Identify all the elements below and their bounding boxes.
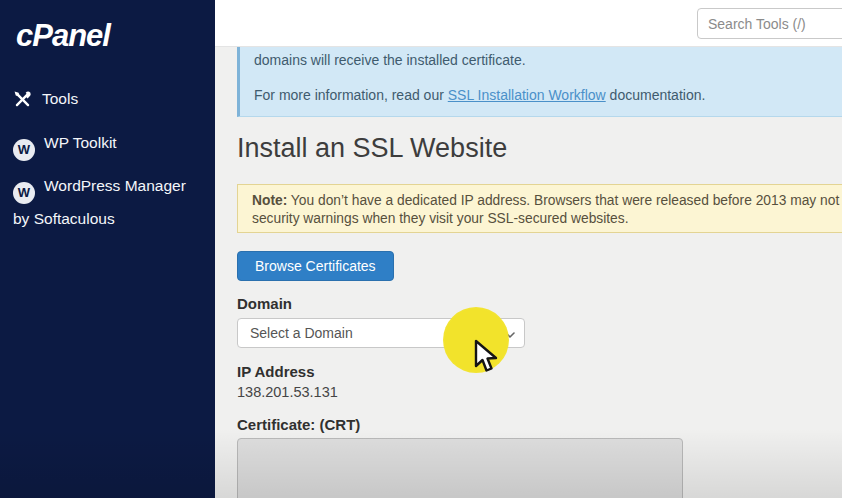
tools-icon	[13, 89, 32, 118]
sidebar-item-label: WordPress Manager by Softaculous	[13, 177, 186, 227]
info-line2: For more information, read our SSL Insta…	[254, 87, 842, 104]
certificate-textarea[interactable]	[237, 438, 683, 498]
sidebar: cPanel Tools WWP Toolkit WWordPress Mana…	[0, 0, 215, 498]
domain-select-wrap: Select a Domain	[237, 318, 525, 348]
ip-address-value: 138.201.53.131	[237, 384, 338, 400]
info-line2-suffix: documentation.	[606, 87, 706, 103]
main-content: domains will receive the installed certi…	[215, 47, 842, 498]
sidebar-item-tools[interactable]: Tools	[13, 84, 205, 118]
note-line1: Note: You don’t have a dedicated IP addr…	[252, 192, 842, 210]
info-callout: domains will receive the installed certi…	[237, 47, 842, 117]
sidebar-item-label: WP Toolkit	[44, 134, 117, 151]
cpanel-screen: cPanel Tools WWP Toolkit WWordPress Mana…	[0, 0, 842, 498]
domain-label: Domain	[237, 295, 292, 312]
certificate-crt-label: Certificate: (CRT)	[237, 416, 360, 433]
topbar	[215, 0, 842, 47]
sidebar-item-label: Tools	[42, 90, 78, 107]
sidebar-item-wp-toolkit[interactable]: WWP Toolkit	[13, 128, 205, 161]
ip-address-label: IP Address	[237, 363, 315, 380]
domain-select[interactable]: Select a Domain	[237, 318, 525, 348]
ssl-installation-workflow-link[interactable]: SSL Installation Workflow	[448, 87, 606, 103]
sidebar-item-wordpress-manager[interactable]: WWordPress Manager by Softaculous	[13, 171, 205, 233]
info-line1: domains will receive the installed certi…	[254, 52, 842, 69]
search-input[interactable]	[697, 8, 842, 39]
browse-certificates-button[interactable]: Browse Certificates	[237, 251, 394, 281]
note-callout: Note: You don’t have a dedicated IP addr…	[237, 184, 842, 233]
wordpress-icon: W	[13, 182, 35, 204]
note-label: Note:	[252, 193, 287, 208]
info-line2-prefix: For more information, read our	[254, 87, 448, 103]
note-line1-text: You don’t have a dedicated IP address. B…	[287, 193, 842, 208]
note-line2: security warnings when they visit your S…	[252, 210, 842, 228]
page-title: Install an SSL Website	[237, 133, 507, 164]
cpanel-logo: cPanel	[16, 18, 110, 54]
wordpress-icon: W	[13, 139, 35, 161]
